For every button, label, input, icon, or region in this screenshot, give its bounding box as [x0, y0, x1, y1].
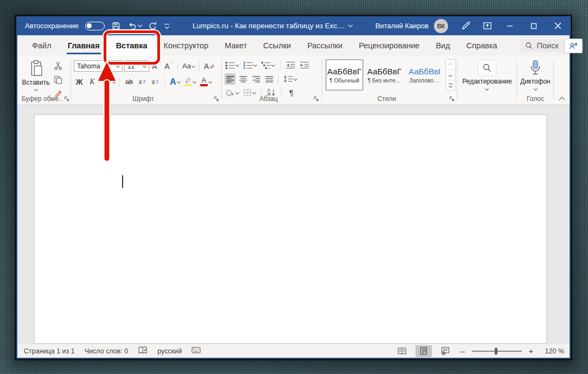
keyboard-language-button[interactable] [191, 346, 201, 356]
zoom-level[interactable]: 120 % [540, 347, 564, 355]
language-indicator[interactable]: русский [157, 347, 182, 355]
share-button[interactable] [564, 39, 583, 53]
redo-icon [148, 21, 158, 30]
tab-file[interactable]: Файл [24, 35, 60, 56]
document-area[interactable] [17, 105, 570, 344]
align-right-icon [252, 76, 260, 83]
customize-toolbar-button[interactable] [164, 24, 169, 28]
proofing-button[interactable] [138, 346, 148, 356]
word-count[interactable]: Число слов: 0 [85, 347, 129, 355]
undo-button[interactable] [127, 21, 142, 30]
dictate-button[interactable]: Диктофон [520, 56, 550, 90]
numbering-button[interactable] [242, 59, 258, 71]
font-dialog-launcher[interactable] [213, 95, 220, 103]
style-no-spacing[interactable]: АаБбВвГ ¶ Без инте… [366, 59, 404, 91]
tab-review[interactable]: Рецензирование [350, 35, 427, 56]
font-size-select[interactable]: 12 [124, 60, 149, 72]
bullets-button[interactable] [225, 59, 240, 71]
align-left-icon [226, 76, 234, 83]
highlight-button[interactable] [183, 76, 197, 87]
quick-access-toolbar: Автосохранение [17, 21, 169, 31]
zoom-slider[interactable] [472, 351, 522, 352]
underline-button[interactable]: Ч [100, 76, 111, 87]
tab-help[interactable]: Справка [458, 35, 506, 56]
style-heading1[interactable]: АаБбВвГ Заголово… [405, 59, 443, 91]
tab-home[interactable]: Главная [60, 35, 108, 56]
tab-mailings[interactable]: Рассылки [299, 35, 350, 56]
tab-view[interactable]: Вид [427, 35, 458, 56]
undo-dropdown-icon[interactable] [138, 23, 142, 27]
redo-button[interactable] [148, 21, 158, 30]
italic-button[interactable]: К [87, 76, 98, 87]
minimize-button[interactable] [498, 16, 522, 35]
cut-button[interactable] [54, 61, 62, 72]
tab-layout[interactable]: Макет [216, 35, 255, 56]
style-name: Заголово… [410, 77, 439, 84]
clear-formatting-button[interactable]: A [203, 60, 216, 72]
document-page[interactable] [34, 115, 547, 344]
tab-design[interactable]: Конструктор [156, 35, 217, 56]
decrease-indent-button[interactable] [285, 59, 296, 71]
multilevel-list-button[interactable] [260, 59, 276, 71]
page-indicator[interactable]: Страница 1 из 1 [24, 347, 75, 355]
maximize-button[interactable] [522, 16, 546, 35]
title-dropdown-icon[interactable] [348, 23, 353, 27]
font-family-select[interactable]: Tahoma [74, 60, 123, 72]
autosave-toggle[interactable] [85, 22, 105, 30]
line-spacing-button[interactable] [283, 73, 298, 85]
change-case-button[interactable]: Aa [181, 60, 196, 72]
editing-button[interactable]: Редактирование [462, 56, 512, 90]
read-mode-button[interactable] [394, 345, 410, 357]
text-effects-button[interactable]: A [169, 76, 181, 87]
multilevel-list-icon [261, 61, 271, 69]
justify-button[interactable] [264, 73, 274, 85]
clipboard-dialog-launcher[interactable] [63, 95, 71, 103]
zoom-in-button[interactable]: + [527, 346, 535, 356]
align-left-button[interactable] [225, 73, 235, 85]
align-right-button[interactable] [251, 73, 261, 85]
tab-insert[interactable]: Вставка [108, 35, 156, 56]
styles-scroll-down-button[interactable] [446, 70, 455, 80]
print-layout-button[interactable] [416, 345, 432, 357]
paragraph-dialog-launcher[interactable] [312, 95, 320, 103]
collapse-ribbon-button[interactable] [559, 97, 565, 103]
zoom-slider-thumb[interactable] [495, 348, 497, 354]
close-button[interactable] [546, 16, 570, 35]
paste-dropdown-icon[interactable] [34, 87, 37, 91]
underline-dropdown-icon[interactable] [112, 80, 116, 84]
style-normal[interactable]: АаБбВвГ ¶ Обычный [325, 59, 363, 91]
avatar[interactable]: ВК [434, 19, 448, 33]
font-color-button[interactable]: A [199, 76, 213, 87]
save-button[interactable] [111, 21, 121, 31]
increase-indent-button[interactable] [299, 59, 310, 71]
bold-button[interactable]: Ж [74, 76, 85, 87]
dialog-launcher-icon [449, 96, 455, 102]
paragraph-group-label: Абзац [225, 95, 312, 103]
align-center-button[interactable] [238, 73, 248, 85]
styles-scroll-up-button[interactable] [446, 60, 455, 70]
superscript-button[interactable]: x2 [150, 76, 161, 87]
zoom-out-button[interactable]: – [459, 346, 466, 356]
copy-button[interactable] [54, 75, 62, 86]
tab-references[interactable]: Ссылки [255, 35, 299, 56]
subscript-button[interactable]: x2 [137, 76, 148, 87]
strikethrough-button[interactable]: ab [124, 76, 135, 87]
tab-view-label: Вид [436, 41, 450, 50]
styles-dialog-launcher[interactable] [448, 95, 456, 103]
group-separator [516, 59, 517, 100]
close-icon [554, 22, 561, 29]
ribbon-display-options-button[interactable] [476, 16, 498, 35]
chevron-down-icon [208, 80, 212, 84]
inking-button[interactable] [455, 16, 476, 35]
chevron-up-icon [449, 62, 452, 66]
document-title-area[interactable]: Lumpics.ru - Как перенести таблицу из Ex… [169, 22, 375, 30]
voice-group-footer: Голос [519, 94, 552, 103]
grow-font-button[interactable]: Aˆ [151, 60, 162, 72]
styles-gallery-more-button[interactable] [446, 80, 455, 90]
strikethrough-label: ab [125, 78, 133, 86]
shrink-font-button[interactable]: Aˇ [163, 60, 174, 72]
paste-button[interactable]: Вставить [21, 56, 51, 100]
search-box[interactable]: Поиск [520, 39, 564, 52]
web-layout-button[interactable] [437, 345, 453, 357]
desktop-background: Автосохранение [0, 0, 588, 374]
